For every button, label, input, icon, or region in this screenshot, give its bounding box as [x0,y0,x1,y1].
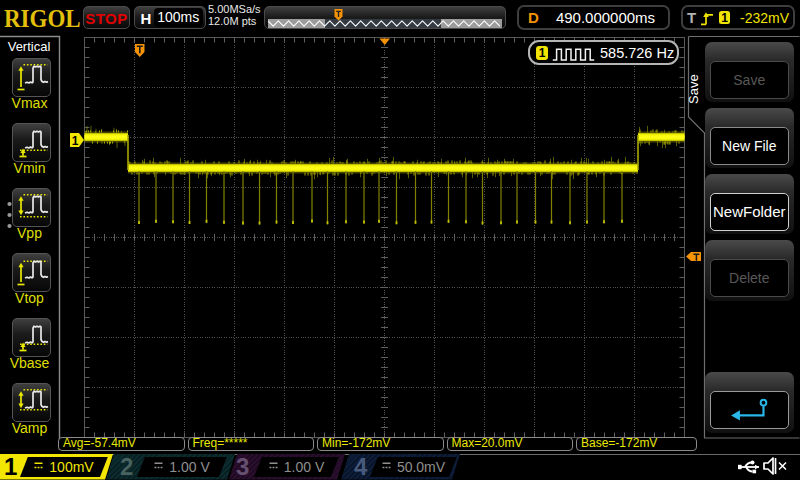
svg-text:1: 1 [72,134,79,148]
